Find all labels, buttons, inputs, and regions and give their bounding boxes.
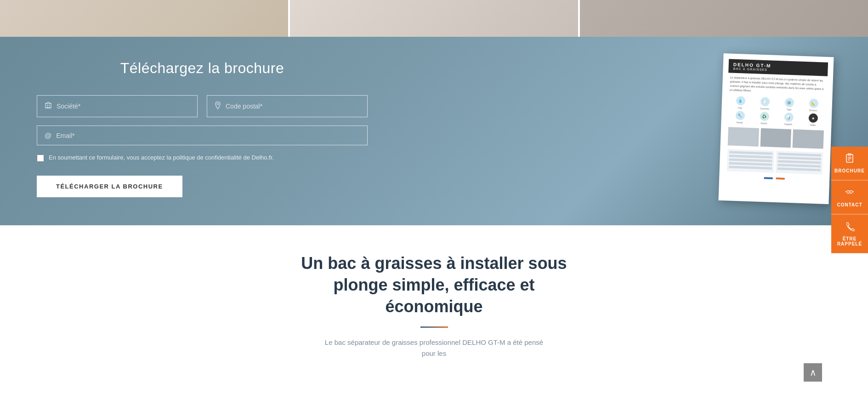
svg-rect-4 [49, 107, 50, 108]
brochure-tab-label: BROCHURE [834, 168, 865, 173]
preview-footer [725, 174, 824, 183]
codepostal-wrapper [207, 95, 368, 117]
preview-body-text: Le séparateur à graisses DELHO GT-M est … [728, 75, 828, 96]
brochure-preview-title: DELHO GT-M BAC À GRAISSES [728, 59, 828, 76]
societe-input[interactable] [57, 103, 190, 110]
preview-table-col-1 [727, 149, 775, 173]
icon-circle-5: 🔧 [735, 111, 745, 120]
rappele-tab-label: ÊTRERAPPELÉ [837, 236, 862, 246]
preview-icon-4: 📐 Dimens. [802, 98, 825, 112]
brochure-tab-icon [845, 153, 855, 166]
bottom-subtitle: Le bac séparateur de graisses profession… [319, 337, 549, 359]
icon-circle-4: 📐 [809, 98, 818, 108]
brochure-title: Téléchargez la brochure [37, 60, 368, 77]
icon-circle-1: 💧 [736, 96, 745, 106]
preview-images-row [726, 127, 826, 149]
table-row-3 [729, 158, 772, 162]
contact-tab-icon [845, 187, 855, 200]
icon-circle-2: 🍽️ [760, 97, 770, 107]
footer-dot-2 [776, 177, 785, 180]
bottom-section: Un bac à graisses à installer sous plong… [0, 225, 868, 387]
table-row-8 [777, 160, 821, 164]
bottom-title: Un bac à graisses à installer sous plong… [296, 253, 572, 317]
societe-wrapper [37, 95, 198, 117]
svg-rect-2 [49, 105, 50, 106]
preview-icon-1: 💧 Cap. [729, 96, 752, 109]
email-icon: @ [45, 131, 51, 139]
bottom-divider [420, 326, 448, 328]
svg-rect-3 [47, 107, 48, 108]
checkbox-label: En soumettant ce formulaire, vous accept… [49, 154, 274, 162]
brochure-preview-inner: DELHO GT-M BAC À GRAISSES Le séparateur … [725, 59, 828, 183]
table-row-9 [777, 164, 821, 167]
image-block-2 [290, 0, 580, 37]
scroll-top-icon: ∧ [810, 368, 817, 377]
preview-icon-8: ★ Vidéo [801, 113, 824, 127]
table-row-1 [729, 151, 772, 154]
svg-rect-1 [47, 105, 48, 106]
image-strip [0, 0, 868, 37]
brochure-form-area: Téléchargez la brochure [37, 60, 368, 197]
table-row-10 [777, 167, 821, 171]
icon-circle-7: 📊 [784, 113, 794, 122]
preview-img-3 [793, 129, 824, 149]
table-row-2 [729, 154, 772, 158]
svg-point-7 [217, 103, 219, 105]
preview-icons-grid: 💧 Cap. 🍽️ Couverts ⚙️ Type 📐 Dimens. 🔧 [726, 96, 827, 127]
preview-icon-7: 📊 Capacit. [777, 112, 800, 126]
image-block-1 [0, 0, 290, 37]
rappele-tab-icon [845, 221, 855, 234]
scroll-to-top-button[interactable]: ∧ [804, 363, 822, 382]
svg-rect-0 [45, 103, 51, 108]
form-row-1 [37, 95, 368, 117]
preview-table-col-2 [776, 151, 823, 175]
icon-circle-3: ⚙️ [784, 98, 794, 108]
contact-tab-label: CONTACT [837, 202, 862, 207]
sidebar-tabs: BROCHURE CONTACT ÊTRERAPPELÉ [831, 147, 868, 253]
icon-circle-8: ★ [808, 113, 818, 123]
codepostal-input[interactable] [226, 103, 360, 110]
footer-dot-1 [764, 177, 773, 179]
preview-icon-5: 🔧 Install. [728, 110, 751, 124]
codepostal-icon [215, 101, 221, 111]
brochure-preview: DELHO GT-M BAC À GRAISSES Le séparateur … [718, 53, 834, 204]
download-button[interactable]: TÉLÉCHARGER LA BROCHURE [37, 176, 182, 197]
icon-circle-6: ♻️ [760, 112, 769, 121]
form-row-2: @ [37, 126, 368, 145]
email-wrapper: @ [37, 126, 368, 145]
table-row-4 [729, 162, 772, 166]
societe-icon [45, 102, 52, 111]
preview-icon-2: 🍽️ Couverts [753, 97, 776, 110]
sidebar-tab-rappele[interactable]: ÊTRERAPPELÉ [831, 214, 868, 253]
email-input[interactable] [56, 132, 360, 139]
preview-img-1 [728, 127, 759, 146]
table-row-6 [778, 153, 821, 156]
preview-img-2 [760, 128, 791, 148]
sidebar-tab-contact[interactable]: CONTACT [831, 180, 868, 214]
preview-table-area [725, 149, 825, 175]
checkbox-row: En soumettant ce formulaire, vous accept… [37, 154, 368, 162]
table-row-5 [729, 166, 772, 169]
preview-icon-6: ♻️ Entret. [753, 111, 776, 125]
privacy-checkbox[interactable] [37, 154, 44, 162]
brochure-section: Téléchargez la brochure [0, 37, 868, 225]
sidebar-tab-brochure[interactable]: BROCHURE [831, 147, 868, 180]
table-row-7 [778, 156, 821, 160]
preview-icon-3: ⚙️ Type [777, 97, 800, 111]
image-block-3 [580, 0, 868, 37]
